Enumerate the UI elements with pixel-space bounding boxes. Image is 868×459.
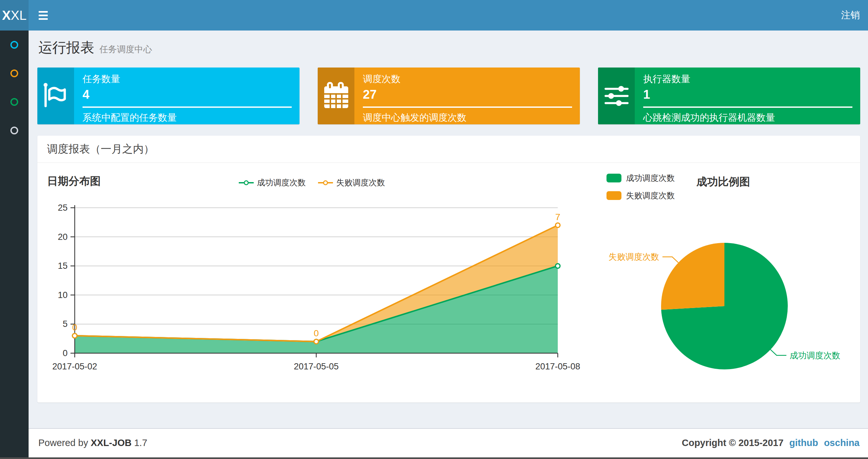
progress-line [363, 106, 572, 108]
info-box-description: 调度中心触发的调度次数 [363, 111, 572, 124]
page-subtitle: 任务调度中心 [99, 43, 152, 55]
sidebar-item-3[interactable] [0, 116, 29, 145]
legend-item-fail[interactable]: 失败调度次数 [318, 177, 385, 188]
brand-name: XXL-JOB [91, 437, 131, 448]
logo-text-light: XL [11, 8, 27, 23]
circle-icon [10, 41, 18, 49]
label-line [771, 350, 786, 356]
line-chart-legend: 成功调度次数 失败调度次数 [37, 177, 586, 188]
sidebar-item-1[interactable] [0, 59, 29, 88]
page-title: 运行报表 [38, 38, 94, 57]
sidebar-item-2[interactable] [0, 88, 29, 116]
line-marker-icon [318, 182, 333, 184]
calendar-icon [318, 67, 354, 124]
data-point[interactable] [556, 264, 560, 268]
page-footer: Powered by XXL-JOB 1.7 Copyright © 2015-… [29, 428, 868, 459]
x-tick-label: 2017-05-08 [535, 362, 580, 371]
copyright-text: Copyright © 2015-2017 [682, 437, 783, 448]
y-tick-label: 10 [58, 290, 68, 300]
info-box-executors: 执行器数量 1 心跳检测成功的执行器机器数量 [598, 67, 860, 124]
data-point[interactable] [314, 339, 319, 344]
line-marker-icon [239, 182, 254, 184]
oschina-link[interactable]: oschina [824, 437, 860, 448]
info-box-value: 4 [83, 88, 292, 102]
content-header: 运行报表 任务调度中心 [29, 31, 868, 67]
info-box-description: 心跳检测成功的执行器机器数量 [643, 111, 852, 124]
circle-icon [10, 69, 18, 77]
date-distribution-chart-section: 日期分布图 成功调度次数 失败调度次数 05101520252017-05-02… [37, 163, 586, 402]
sidebar-item-0[interactable] [0, 31, 29, 59]
progress-line [643, 106, 852, 108]
report-panel: 调度报表（一月之内） 日期分布图 成功调度次数 失败调度次数 051015202… [37, 136, 860, 402]
collapsed-sidebar [0, 31, 29, 459]
x-tick-label: 2017-05-02 [52, 362, 97, 371]
info-box-value: 1 [643, 88, 852, 102]
info-box-description: 系统中配置的任务数量 [83, 111, 292, 124]
info-box-label: 任务数量 [83, 73, 292, 86]
data-label: 7 [555, 212, 560, 222]
powered-by: Powered by XXL-JOB 1.7 [38, 437, 147, 448]
top-navbar: XXL 注销 [0, 0, 868, 31]
app-logo[interactable]: XXL [0, 0, 29, 31]
y-tick-label: 15 [58, 261, 68, 271]
data-point[interactable] [556, 223, 560, 228]
pie-slice[interactable] [661, 243, 724, 310]
data-label: 0 [72, 322, 77, 332]
y-tick-label: 0 [63, 348, 68, 358]
label-line [662, 257, 678, 263]
success-ratio-chart-section: 成功比例图 成功调度次数 失败调度次数 成功调度次数失败调度次数 [586, 163, 860, 402]
circle-icon [10, 98, 18, 106]
data-point[interactable] [72, 333, 77, 338]
info-box-label: 执行器数量 [643, 73, 852, 86]
data-label: 0 [314, 328, 319, 338]
info-box-label: 调度次数 [363, 73, 572, 86]
sidebar-toggle-button[interactable] [29, 0, 58, 31]
y-tick-label: 25 [58, 203, 68, 212]
info-box-triggers: 调度次数 27 调度中心触发的调度次数 [318, 67, 580, 124]
logo-text-bold: X [2, 8, 11, 23]
line-area-chart[interactable]: 05101520252017-05-022017-05-052017-05-08… [37, 194, 586, 402]
legend-item-success[interactable]: 成功调度次数 [239, 177, 306, 188]
github-link[interactable]: github [789, 437, 818, 448]
hamburger-icon [39, 11, 48, 13]
pie-chart[interactable]: 成功调度次数失败调度次数 [586, 163, 860, 402]
circle-icon [10, 127, 18, 134]
flag-icon [37, 67, 74, 124]
panel-title: 调度报表（一月之内） [37, 136, 860, 163]
version: 1.7 [134, 437, 147, 448]
logout-link[interactable]: 注销 [833, 0, 868, 31]
pie-label: 失败调度次数 [609, 252, 659, 262]
info-box-value: 27 [363, 88, 572, 102]
sliders-icon [598, 67, 635, 124]
y-tick-label: 20 [58, 232, 68, 242]
info-box-row: 任务数量 4 系统中配置的任务数量 [37, 67, 860, 124]
pie-label: 成功调度次数 [790, 351, 840, 360]
info-box-jobs: 任务数量 4 系统中配置的任务数量 [37, 67, 300, 124]
progress-line [83, 106, 292, 108]
y-tick-label: 5 [63, 319, 68, 329]
window-bottom-edge [0, 457, 868, 459]
x-tick-label: 2017-05-05 [294, 362, 339, 371]
main-content: 运行报表 任务调度中心 任务数量 4 系统中配置的任务数量 [29, 31, 868, 402]
